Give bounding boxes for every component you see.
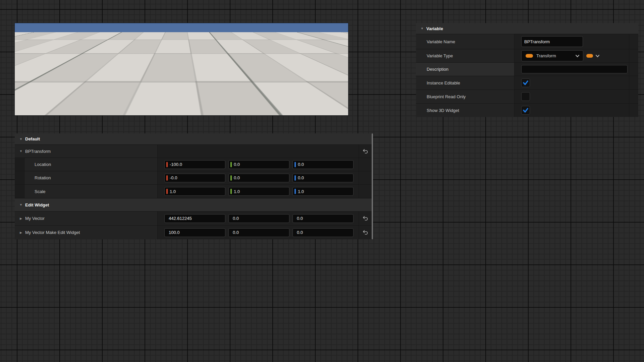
axis-x-tag-icon [166,189,168,194]
variable-type-label-cell: Variable Type [416,49,514,62]
bptransform-row: ▼ BPTransform [15,145,372,158]
indent-gutter [15,185,24,198]
container-type-pill-icon [586,54,593,58]
axis-z-tag-icon [294,175,296,181]
scale-x-value: 1.0 [170,189,176,194]
scale-z-input[interactable]: 1.0 [292,187,354,196]
location-label: Location [35,162,51,167]
instance-editable-row: Instance Editable [416,76,638,90]
viewport-label-bptransform: BPTransform [69,85,97,90]
my-vector-label: My Vector [25,216,45,221]
indent-gutter [15,158,24,171]
check-icon [522,80,529,86]
default-category-title: Default [25,136,40,141]
my-vector-x-input[interactable]: 442.612245 [164,214,225,223]
mvmew-x-value: 100.0 [169,230,180,235]
details-panel-scrollbar[interactable] [372,133,373,239]
my-vector-make-edit-widget-x-input[interactable]: 100.0 [164,228,225,237]
rotation-z-value: 0.0 [298,175,304,180]
revert-my-vector-button[interactable] [359,212,372,225]
my-vector-z-input[interactable]: 0.0 [292,214,354,223]
mvmew-y-value: 0.0 [233,230,239,235]
axis-z-tag-icon [294,162,296,167]
location-x-value: -100.0 [170,162,182,167]
details-panel: ▼ Default ▼ BPTransform Location -100.0 [15,133,372,239]
scale-y-value: 1.0 [234,189,240,194]
chevron-down-icon [575,55,580,57]
viewport-label-myvector: MyVector_MakeEditWidget [274,79,338,84]
instance-editable-label-cell: Instance Editable [416,76,514,89]
blueprint-graph-background[interactable]: { "viewport": { "labels": { "left": "BPT… [0,0,644,362]
triangle-down-icon[interactable]: ▼ [17,203,25,206]
variable-name-input[interactable]: BPTransform [521,36,583,47]
edit-widget-category-header[interactable]: ▼ Edit Widget [15,198,372,212]
undo-arrow-icon [363,149,368,154]
revert-my-vector-make-edit-widget-button[interactable] [359,226,372,239]
triangle-down-icon[interactable]: ▼ [17,137,25,141]
variable-type-label: Variable Type [427,53,453,58]
my-vector-y-input[interactable]: 0.0 [228,214,289,223]
transform-type-pill-icon [526,54,533,58]
rotation-z-input[interactable]: 0.0 [292,174,354,182]
show-3d-widget-checkbox[interactable] [521,106,530,115]
my-vector-row: ▶ My Vector 442.612245 0.0 0.0 [15,212,372,226]
check-icon [522,107,529,113]
scale-y-input[interactable]: 1.0 [228,187,289,196]
show-3d-widget-row: Show 3D Widget [416,104,638,117]
variable-type-value: Transform [536,53,575,58]
blueprint-read-only-label: Blueprint Read Only [427,94,466,99]
rotation-y-input[interactable]: 0.0 [228,174,289,182]
triangle-right-icon[interactable]: ▶ [17,217,25,220]
location-y-input[interactable]: 0.0 [228,160,289,169]
instance-editable-label: Instance Editable [427,80,460,85]
rotation-x-input[interactable]: -0.0 [164,174,225,182]
scale-label: Scale [35,189,46,194]
my-vector-make-edit-widget-y-input[interactable]: 0.0 [228,228,289,237]
blueprint-read-only-row: Blueprint Read Only [416,90,638,104]
rotation-y-value: 0.0 [234,175,240,180]
rotation-x-value: -0.0 [170,175,177,180]
container-type-dropdown[interactable] [586,54,600,58]
bptransform-label-cell: ▼ BPTransform [15,145,157,158]
default-category-header[interactable]: ▼ Default [15,133,372,145]
variable-section-title: Variable [426,26,443,31]
viewport-3d[interactable]: BPTransform MyVector_MakeEditWidget [15,23,348,115]
triangle-down-icon[interactable]: ▼ [17,149,25,153]
axis-y-tag-icon [230,189,232,194]
triangle-right-icon[interactable]: ▶ [17,231,25,234]
my-vector-make-edit-widget-row: ▶ My Vector Make Edit Widget 100.0 0.0 0… [15,226,372,239]
my-vector-make-edit-widget-z-input[interactable]: 0.0 [292,228,354,237]
show-3d-widget-label: Show 3D Widget [427,108,459,113]
description-input[interactable] [521,65,628,73]
instance-editable-checkbox[interactable] [521,78,530,87]
variable-name-label: Variable Name [427,39,455,44]
description-row: Description [416,63,638,76]
axis-z-tag-icon [294,189,296,194]
location-x-input[interactable]: -100.0 [164,160,225,169]
rotation-label: Rotation [35,175,51,180]
chevron-down-icon [595,55,600,57]
axis-x-tag-icon [166,175,168,181]
edit-widget-category-title: Edit Widget [25,202,49,207]
revert-bptransform-button[interactable] [359,145,372,158]
mvmew-z-value: 0.0 [297,230,303,235]
bptransform-label: BPTransform [25,149,51,154]
scale-row: Scale 1.0 1.0 1.0 [15,185,372,198]
undo-arrow-icon [363,230,368,235]
my-vector-y-value: 0.0 [233,216,239,221]
variable-name-label-cell: Variable Name [416,34,514,49]
rotation-row: Rotation -0.0 0.0 0.0 [15,171,372,185]
variable-type-dropdown[interactable]: Transform [521,50,583,61]
undo-arrow-icon [363,216,368,221]
scale-x-input[interactable]: 1.0 [164,187,225,196]
variable-panel: ▼ Variable Variable Name BPTransform Var… [416,23,638,117]
my-vector-make-edit-widget-label: My Vector Make Edit Widget [25,230,80,235]
variable-section-header[interactable]: ▼ Variable [416,23,638,34]
axis-y-tag-icon [230,175,232,181]
location-z-value: 0.0 [298,162,304,167]
location-y-value: 0.0 [234,162,240,167]
location-z-input[interactable]: 0.0 [292,160,354,169]
blueprint-read-only-checkbox[interactable] [521,92,530,101]
triangle-down-icon[interactable]: ▼ [418,27,426,30]
location-row: Location -100.0 0.0 0.0 [15,158,372,171]
